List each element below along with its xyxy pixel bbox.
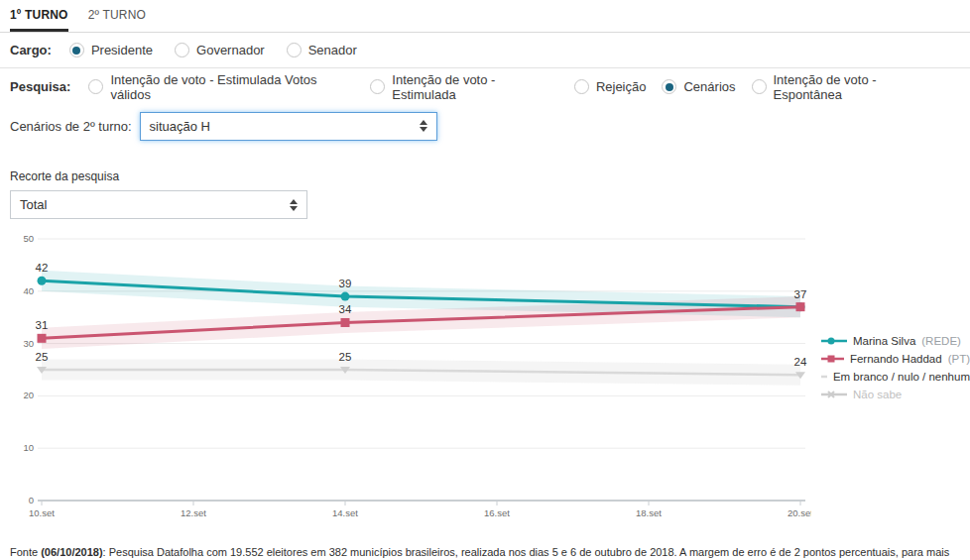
radio-rejeicao[interactable]: Rejeição: [574, 79, 647, 94]
radio-espontanea-icon[interactable]: [752, 79, 767, 94]
svg-text:16.set: 16.set: [484, 507, 510, 518]
legend-item[interactable]: Em branco / nulo / nenhum: [821, 371, 970, 383]
select-spinner-icon: [290, 199, 298, 211]
legend-marker-icon: [821, 354, 844, 364]
recorte-select[interactable]: Total: [10, 190, 307, 219]
svg-text:24: 24: [794, 356, 807, 368]
recorte-select-value: Total: [20, 197, 47, 212]
svg-text:10: 10: [23, 442, 34, 453]
poll-chart-section: 0102030405010.set12.set14.set16.set18.se…: [0, 231, 970, 528]
radio-cenarios-icon[interactable]: [662, 79, 676, 94]
svg-text:25: 25: [339, 351, 352, 363]
svg-text:40: 40: [23, 285, 34, 296]
svg-text:20: 20: [23, 390, 34, 400]
legend-item[interactable]: Marina Silva(REDE): [821, 335, 970, 347]
radio-governador-icon[interactable]: [175, 43, 189, 57]
line-chart: 0102030405010.set12.set14.set16.set18.se…: [0, 231, 811, 528]
cenarios-row: Cenários de 2º turno: situação H: [0, 105, 970, 147]
radio-estimulada-votos-validos[interactable]: Intenção de voto - Estimulada Votos váli…: [88, 72, 354, 102]
cenarios-select[interactable]: situação H: [140, 112, 437, 141]
legend-series-name: Marina Silva: [853, 335, 915, 347]
svg-text:20.set: 20.set: [788, 507, 811, 518]
recorte-label: Recorte da pesquisa: [10, 169, 960, 183]
radio-senador-icon[interactable]: [287, 43, 302, 57]
cenarios-select-value: situação H: [150, 119, 210, 134]
radio-governador[interactable]: Governador: [175, 43, 265, 57]
radio-estimulada-label: Intenção de voto - Estimulada: [392, 72, 558, 102]
turno-tabs: 1º TURNO 2º TURNO: [0, 0, 970, 33]
legend-series-name: Não sabe: [853, 389, 902, 400]
radio-estimulada-icon[interactable]: [370, 79, 385, 94]
legend-item[interactable]: Fernando Haddad(PT): [821, 353, 970, 365]
legend-marker-icon: [821, 336, 847, 346]
cargo-label: Cargo:: [10, 43, 52, 57]
svg-text:50: 50: [23, 233, 34, 244]
cenarios-select-label: Cenários de 2º turno:: [10, 119, 132, 134]
radio-presidente[interactable]: Presidente: [69, 43, 153, 57]
svg-text:12.set: 12.set: [181, 507, 206, 518]
legend-series-party: (PT): [948, 353, 970, 365]
radio-cenarios-label: Cenários: [683, 79, 735, 94]
radio-rejeicao-icon[interactable]: [574, 79, 589, 94]
pesquisa-filter-row: Pesquisa: Intenção de voto - Estimulada …: [0, 68, 970, 105]
svg-text:10.set: 10.set: [29, 507, 55, 518]
footnote-text: : Pesquisa Datafolha com 19.552 eleitore…: [10, 546, 949, 560]
radio-presidente-icon[interactable]: [69, 43, 84, 57]
recorte-block: Recorte da pesquisa Total: [0, 169, 970, 219]
chart-legend: Marina Silva(REDE)Fernando Haddad(PT)Em …: [821, 335, 970, 528]
cargo-filter-row: Cargo: Presidente Governador Senador: [0, 33, 970, 68]
pesquisa-label: Pesquisa:: [10, 79, 70, 94]
radio-espontanea-label: Intenção de voto - Espontânea: [774, 72, 945, 102]
svg-text:0: 0: [29, 495, 34, 505]
radio-presidente-label: Presidente: [91, 43, 153, 57]
tab-2-turno[interactable]: 2º TURNO: [88, 8, 146, 32]
legend-marker-icon: [821, 390, 847, 399]
svg-text:25: 25: [36, 351, 49, 363]
svg-text:39: 39: [339, 278, 352, 289]
radio-estimulada-votos-validos-icon[interactable]: [88, 79, 103, 94]
tab-1-turno[interactable]: 1º TURNO: [10, 8, 68, 32]
radio-estimulada-votos-validos-label: Intenção de voto - Estimulada Votos váli…: [110, 72, 354, 102]
svg-text:18.set: 18.set: [636, 507, 662, 518]
select-spinner-icon: [420, 120, 427, 132]
radio-rejeicao-label: Rejeição: [596, 79, 647, 94]
legend-series-party: (REDE): [921, 335, 961, 347]
svg-text:37: 37: [794, 288, 807, 300]
radio-estimulada[interactable]: Intenção de voto - Estimulada: [370, 72, 558, 102]
source-footnote: Fonte (06/10/2018): Pesquisa Datafolha c…: [0, 544, 970, 560]
footnote-date: (06/10/2018): [41, 546, 102, 558]
radio-cenarios[interactable]: Cenários: [662, 79, 735, 94]
radio-senador[interactable]: Senador: [287, 43, 357, 57]
radio-governador-label: Governador: [196, 43, 265, 57]
svg-text:31: 31: [36, 319, 49, 331]
legend-item[interactable]: Não sabe: [821, 389, 970, 400]
svg-text:34: 34: [339, 303, 352, 315]
legend-marker-icon: [821, 372, 827, 382]
svg-text:42: 42: [36, 262, 49, 274]
legend-series-name: Fernando Haddad: [850, 353, 942, 365]
svg-text:14.set: 14.set: [332, 507, 358, 518]
footnote-prefix: Fonte: [10, 546, 41, 558]
radio-senador-label: Senador: [308, 43, 357, 57]
svg-text:30: 30: [23, 338, 34, 349]
radio-espontanea[interactable]: Intenção de voto - Espontânea: [752, 72, 945, 102]
legend-series-name: Em branco / nulo / nenhum: [833, 371, 970, 383]
